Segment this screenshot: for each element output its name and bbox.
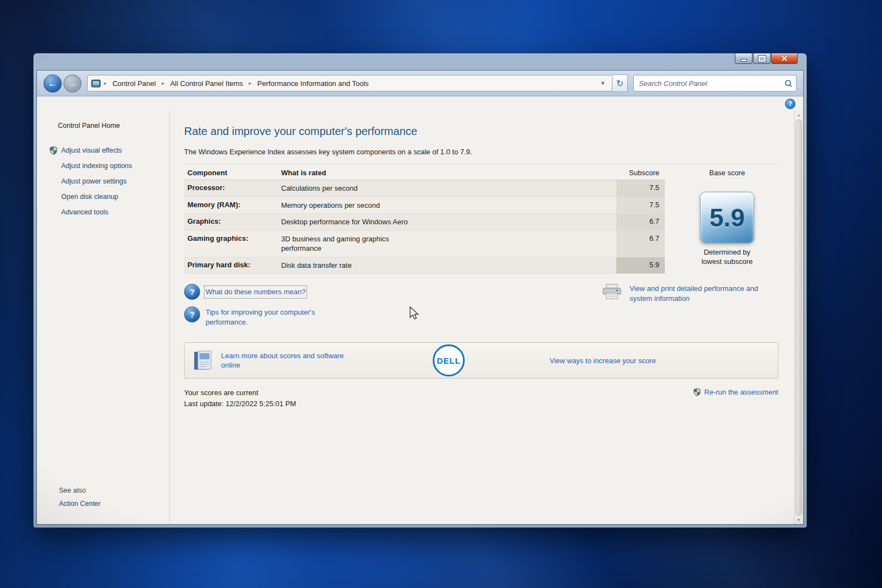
partner-logo-area: DELL: [352, 344, 545, 376]
icon-spacer: [49, 177, 58, 186]
sidebar: Control Panel Home: [37, 111, 170, 524]
forward-arrow-icon: →: [68, 79, 77, 88]
address-bar[interactable]: ► Control Panel ► All Control Panel Item…: [87, 75, 612, 91]
window-client-area: ← → ► Control Panel ► All Control Panel …: [36, 70, 804, 525]
sidebar-item-open-disk-cleanup[interactable]: Open disk cleanup: [37, 189, 169, 204]
question-glyph: ?: [190, 310, 195, 319]
back-arrow-icon: ←: [48, 79, 57, 88]
rated-cell: Calculations per second: [281, 180, 408, 197]
breadcrumb-item-all-items[interactable]: All Control Panel Items: [166, 78, 247, 89]
table-row-gaming-graphics: Gaming graphics: 3D business and gaming …: [184, 231, 665, 257]
subscore-cell-lowest: 5.9: [616, 257, 665, 274]
icon-spacer: [49, 192, 58, 201]
window-body: Control Panel Home: [37, 111, 803, 524]
maximize-button[interactable]: [753, 53, 771, 64]
table-row-primary-hard-disk: Primary hard disk: Disk data transfer ra…: [184, 257, 665, 274]
divider: [184, 164, 778, 164]
scrollbar[interactable]: ▲ ▼: [794, 111, 803, 524]
sidebar-item-adjust-indexing-options[interactable]: Adjust indexing options: [37, 158, 169, 174]
view-print-detailed-info-link[interactable]: View and print detailed performance and …: [630, 284, 774, 303]
sidebar-item-label: Adjust indexing options: [61, 162, 132, 170]
sidebar-item-label: Advanced tools: [61, 208, 108, 216]
view-print-row: View and print detailed performance and …: [602, 284, 778, 333]
left-help-links: ? What do these numbers mean? ? Tips for…: [184, 284, 330, 333]
subscore-cell: 6.7: [616, 231, 665, 257]
cell-spacer: [408, 257, 616, 274]
subscore-cell: 7.5: [616, 180, 665, 197]
icon-spacer: [49, 161, 58, 170]
address-dropdown-button[interactable]: ▼: [596, 80, 610, 86]
breadcrumb-item-control-panel[interactable]: Control Panel: [109, 78, 160, 89]
view-ways-increase-score-link[interactable]: View ways to increase your score: [550, 357, 656, 365]
refresh-button[interactable]: ↻: [612, 74, 628, 92]
dell-logo[interactable]: DELL: [433, 344, 465, 376]
uac-shield-icon: [693, 388, 701, 398]
learn-more-scores-link[interactable]: Learn more about scores and software onl…: [221, 351, 352, 370]
sidebar-item-label: Adjust visual effects: [61, 147, 122, 154]
scrollbar-down-arrow-icon[interactable]: ▼: [794, 516, 803, 524]
cell-spacer: [408, 214, 616, 230]
wei-score-table: Component What is rated Subscore Process…: [184, 165, 665, 274]
sidebar-item-adjust-visual-effects[interactable]: Adjust visual effects: [37, 143, 169, 158]
increase-score-area: View ways to increase your score: [545, 355, 770, 366]
breadcrumb-item-performance-tools[interactable]: Performance Information and Tools: [254, 78, 373, 89]
back-button[interactable]: ←: [44, 74, 62, 93]
help-button[interactable]: ?: [785, 99, 795, 109]
subscore-cell: 7.5: [616, 197, 665, 214]
printer-icon: [602, 284, 622, 299]
page-subtitle: The Windows Experience Index assesses ke…: [184, 148, 778, 156]
question-mark-icon[interactable]: ?: [184, 306, 200, 322]
base-score-value: 5.9: [709, 203, 745, 233]
titlebar[interactable]: [34, 53, 806, 70]
uac-shield-icon: [49, 146, 58, 155]
refresh-icon: ↻: [616, 78, 623, 89]
column-header-spacer: [408, 169, 616, 177]
base-score-caption: Determined by lowest subscore: [693, 248, 761, 267]
close-button[interactable]: [771, 53, 798, 64]
sidebar-item-control-panel-home[interactable]: Control Panel Home: [58, 122, 169, 130]
icon-spacer: [49, 208, 58, 217]
scrollbar-thumb[interactable]: [795, 120, 802, 515]
what-do-numbers-mean-link[interactable]: What do these numbers mean?: [206, 287, 305, 297]
table-row-processor: Processor: Calculations per second 7.5: [184, 180, 665, 197]
question-mark-icon[interactable]: ?: [184, 284, 200, 300]
minimize-button[interactable]: [735, 53, 752, 64]
search-box: [633, 75, 797, 91]
software-box-icon: [192, 349, 213, 371]
breadcrumb-separator-icon: ►: [102, 81, 109, 86]
column-header-what-is-rated: What is rated: [281, 169, 408, 177]
rated-cell: Desktop performance for Windows Aero: [281, 214, 408, 230]
status-row: Your scores are current Last update: 12/…: [184, 387, 778, 409]
rerun-assessment-row: Re-run the assessment: [693, 387, 778, 398]
performance-tools-window: ← → ► Control Panel ► All Control Panel …: [33, 53, 807, 528]
sidebar-item-advanced-tools[interactable]: Advanced tools: [37, 204, 169, 220]
cell-spacer: [408, 197, 616, 214]
see-also-heading: See also: [59, 487, 101, 494]
scrollbar-up-arrow-icon[interactable]: ▲: [794, 111, 803, 119]
table-row-graphics: Graphics: Desktop performance for Window…: [184, 214, 665, 231]
minimize-icon: [741, 59, 747, 62]
help-strip: ?: [37, 96, 803, 111]
rerun-assessment-link[interactable]: Re-run the assessment: [704, 387, 778, 397]
search-input[interactable]: [638, 79, 784, 88]
subscore-cell: 6.7: [616, 214, 665, 230]
sidebar-item-adjust-power-settings[interactable]: Adjust power settings: [37, 174, 169, 189]
column-header-component: Component: [184, 169, 281, 177]
table-row-memory: Memory (RAM): Memory operations per seco…: [184, 197, 665, 214]
base-score-tile: 5.9: [700, 192, 754, 244]
forward-button[interactable]: →: [63, 74, 82, 93]
sidebar-item-action-center[interactable]: Action Center: [59, 500, 101, 508]
cell-spacer: [408, 231, 616, 257]
scores-current-text: Your scores are current: [184, 387, 296, 398]
rated-cell: 3D business and gaming graphics performa…: [281, 231, 408, 257]
help-links-row: ? What do these numbers mean? ? Tips for…: [184, 284, 778, 333]
component-cell: Processor:: [184, 180, 281, 197]
search-icon[interactable]: [784, 79, 792, 87]
column-header-subscore: Subscore: [616, 169, 665, 177]
component-cell: Primary hard disk:: [184, 257, 281, 274]
base-score-column: Base score 5.9 Determined by lowest subs…: [665, 165, 778, 274]
numbers-mean-link-row: ? What do these numbers mean?: [184, 284, 330, 300]
main-content: Rate and improve your computer's perform…: [170, 111, 794, 524]
tips-improving-performance-link[interactable]: Tips for improving your computer's perfo…: [206, 308, 330, 327]
sidebar-item-label: Open disk cleanup: [61, 193, 119, 201]
